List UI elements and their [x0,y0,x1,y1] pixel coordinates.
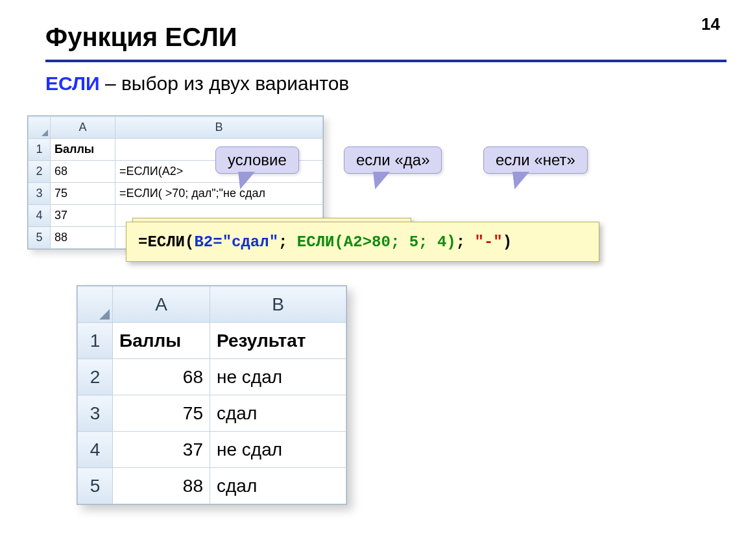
select-all-corner[interactable] [78,286,113,323]
row-header[interactable]: 1 [29,139,51,161]
callout-tail-icon [507,172,528,189]
formula-box: =ЕСЛИ(B2="сдал"; ЕСЛИ(A2>80; 5; 4); "-") [126,222,599,262]
row-header[interactable]: 4 [29,205,51,227]
row-header[interactable]: 5 [78,468,113,504]
cell-B1[interactable]: Результат [210,323,346,359]
cell-A4[interactable]: 37 [51,205,115,227]
col-header-B[interactable]: B [210,286,346,323]
row-header[interactable]: 1 [78,323,113,359]
formula-true-branch: ЕСЛИ(A2>80; 5; 4) [297,233,456,251]
callout-if-no: если «нет» [483,146,588,174]
formula-part: ; [278,233,297,251]
cell-A2[interactable]: 68 [51,161,115,183]
callout-label: условие [228,151,287,169]
cell-B2[interactable]: не сдал [210,359,346,395]
cell-A3[interactable]: 75 [51,183,115,205]
row-header[interactable]: 3 [78,395,113,432]
callout-label: если «нет» [496,151,575,169]
callout-label: если «да» [356,151,429,169]
col-header-B[interactable]: B [115,117,323,139]
subtitle: ЕСЛИ – выбор из двух вариантов [45,73,349,95]
slide-title: Функция ЕСЛИ [45,23,237,52]
formula-part: ) [503,233,512,251]
cell-B3[interactable]: сдал [210,395,346,432]
cell-A4[interactable]: 37 [113,432,210,468]
cell-A1[interactable]: Баллы [113,323,210,359]
callout-if-yes: если «да» [344,146,442,174]
formula-false-branch: "-" [475,233,503,251]
row-header[interactable]: 2 [29,161,51,183]
formula-part: =ЕСЛИ( [138,233,194,251]
row-header[interactable]: 3 [29,183,51,205]
cell-B5[interactable]: сдал [210,468,346,504]
cell-B3[interactable]: =ЕСЛИ( >70; дал";"не сдал [115,183,323,205]
cell-A5[interactable]: 88 [113,468,210,504]
title-underline [45,60,727,62]
cell-B4[interactable]: не сдал [210,432,346,468]
cell-A2[interactable]: 68 [113,359,210,395]
col-header-A[interactable]: A [51,117,115,139]
callout-tail-icon [367,172,389,189]
page-number: 14 [701,14,720,34]
subtitle-keyword: ЕСЛИ [45,73,100,94]
subtitle-rest: – выбор из двух вариантов [100,73,350,94]
spreadsheet-bottom: A B 1 Баллы Результат 2 68 не сдал 3 75 … [77,285,347,505]
row-header[interactable]: 2 [78,359,113,395]
select-all-corner[interactable] [29,117,51,139]
formula-part: ; [456,233,475,251]
row-header[interactable]: 4 [78,432,113,468]
cell-A5[interactable]: 88 [51,227,115,249]
row-header[interactable]: 5 [29,227,51,249]
callout-condition: условие [215,146,299,174]
cell-A3[interactable]: 75 [113,395,210,432]
cell-A1[interactable]: Баллы [51,139,115,161]
formula-condition: B2="сдал" [194,233,278,251]
col-header-A[interactable]: A [113,286,210,323]
